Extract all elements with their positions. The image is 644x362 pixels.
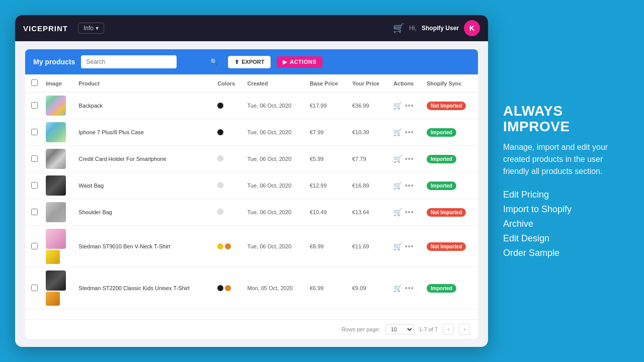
cart-action-icon[interactable]: 🛒 bbox=[393, 155, 402, 163]
col-shopify-sync: Shopify Sync bbox=[423, 74, 478, 93]
panel-title: My products bbox=[33, 58, 75, 66]
products-table: Image Product Colors Created Base Price … bbox=[25, 74, 478, 309]
avatar[interactable]: K bbox=[464, 20, 480, 36]
username-label: Shopify User bbox=[422, 25, 459, 32]
product-name: Shoulder Bag bbox=[74, 199, 213, 226]
more-actions-icon[interactable]: ••• bbox=[405, 182, 414, 190]
product-name: Stedman ST9010 Ben V-Neck T-Shirt bbox=[74, 226, 213, 267]
color-dot-empty bbox=[217, 209, 223, 215]
next-page-button[interactable]: › bbox=[459, 324, 470, 335]
search-icon: 🔍 bbox=[210, 58, 218, 65]
search-input[interactable] bbox=[81, 55, 177, 68]
row-checkbox-3[interactable] bbox=[31, 182, 38, 189]
info-dropdown-btn[interactable]: Info ▾ bbox=[78, 23, 104, 34]
more-actions-icon[interactable]: ••• bbox=[405, 102, 414, 110]
cart-action-icon[interactable]: 🛒 bbox=[393, 182, 402, 190]
actions-button[interactable]: ▶ ACTIONS bbox=[277, 56, 323, 68]
info-list: Edit PricingImport to ShopifyArchiveEdit… bbox=[503, 190, 629, 258]
prev-page-button[interactable]: ‹ bbox=[443, 324, 454, 335]
cart-action-icon[interactable]: 🛒 bbox=[393, 102, 402, 110]
page-info: 1-7 of 7 bbox=[419, 326, 438, 332]
cart-action-icon[interactable]: 🛒 bbox=[393, 128, 402, 136]
row-checkbox-1[interactable] bbox=[31, 129, 38, 135]
info-panel: ALWAYS IMPROVE Manage, import and edit y… bbox=[503, 99, 629, 264]
shopify-sync-status: Not Imported bbox=[423, 93, 478, 119]
product-created: Tue, 06 Oct, 2020 bbox=[243, 119, 305, 146]
shopify-sync-status: Not Imported bbox=[423, 226, 478, 267]
product-name: Credit Card Holder For Smartphone bbox=[74, 146, 213, 172]
product-name: Iphone 7 Plus/8 Plus Case bbox=[74, 119, 213, 146]
table-row: Shoulder BagTue, 06 Oct, 2020€10.49€13.6… bbox=[25, 199, 478, 226]
export-button[interactable]: ⬆ EXPORT bbox=[228, 56, 271, 68]
color-dot-black bbox=[217, 103, 223, 109]
product-base-price: €6.99 bbox=[306, 267, 348, 309]
status-badge: Not Imported bbox=[427, 208, 466, 217]
product-created: Mon, 05 Oct, 2020 bbox=[243, 267, 305, 309]
product-your-price: €9.09 bbox=[348, 267, 389, 309]
status-badge: Not Imported bbox=[427, 102, 466, 110]
shopify-sync-status: Imported bbox=[423, 119, 478, 146]
col-checkbox bbox=[25, 74, 42, 93]
color-dot-yellow bbox=[217, 243, 223, 249]
product-your-price: €10.39 bbox=[348, 119, 389, 146]
product-created: Tue, 06 Oct, 2020 bbox=[243, 172, 305, 199]
chevron-down-icon: ▾ bbox=[96, 25, 99, 32]
thumb-stack bbox=[46, 270, 70, 306]
table-row: Stedman ST2200 Classic Kids Unisex T-Shi… bbox=[25, 267, 478, 309]
product-actions: 🛒 ••• bbox=[389, 172, 423, 199]
play-icon: ▶ bbox=[283, 59, 287, 65]
table-row: BackpackTue, 06 Oct, 2020€17.99€36.99 🛒 … bbox=[25, 93, 478, 119]
shopify-sync-status: Imported bbox=[423, 172, 478, 199]
rows-per-page-select[interactable]: 10 25 50 bbox=[385, 324, 414, 334]
product-colors bbox=[213, 267, 243, 309]
product-created: Tue, 06 Oct, 2020 bbox=[243, 93, 305, 119]
more-actions-icon[interactable]: ••• bbox=[405, 128, 414, 136]
search-wrapper: 🔍 bbox=[81, 55, 222, 68]
cart-action-icon[interactable]: 🛒 bbox=[393, 284, 402, 292]
col-created: Created bbox=[243, 74, 305, 93]
row-checkbox-5[interactable] bbox=[31, 243, 38, 249]
product-thumb bbox=[46, 175, 66, 196]
app-window: VICEPRINT Info ▾ 🛒 Hi, Shopify User K My… bbox=[15, 15, 488, 347]
cart-action-icon[interactable]: 🛒 bbox=[393, 242, 402, 250]
product-colors bbox=[213, 93, 243, 119]
product-base-price: €5.99 bbox=[306, 146, 348, 172]
info-list-item: Import to Shopify bbox=[503, 204, 629, 215]
status-badge: Imported bbox=[427, 284, 456, 293]
row-checkbox-0[interactable] bbox=[31, 102, 38, 109]
product-name: Stedman ST2200 Classic Kids Unisex T-Shi… bbox=[74, 267, 213, 309]
product-colors bbox=[213, 172, 243, 199]
product-your-price: €36.99 bbox=[348, 93, 389, 119]
product-name: Waist Bag bbox=[74, 172, 213, 199]
more-actions-icon[interactable]: ••• bbox=[405, 155, 414, 163]
table-wrapper: Image Product Colors Created Base Price … bbox=[25, 74, 478, 319]
row-checkbox-2[interactable] bbox=[31, 155, 38, 162]
product-colors bbox=[213, 119, 243, 146]
table-header-row: Image Product Colors Created Base Price … bbox=[25, 74, 478, 93]
product-colors bbox=[213, 199, 243, 226]
row-checkbox-4[interactable] bbox=[31, 209, 38, 215]
color-dot-black bbox=[217, 285, 223, 291]
product-actions: 🛒 ••• bbox=[389, 199, 423, 226]
select-all-checkbox[interactable] bbox=[31, 79, 38, 86]
brand-logo: VICEPRINT bbox=[23, 24, 68, 33]
products-panel: My products 🔍 ⬆ EXPORT ▶ ACTIONS bbox=[25, 49, 478, 339]
product-base-price: €17.99 bbox=[306, 93, 348, 119]
product-thumb bbox=[46, 270, 66, 291]
product-thumb bbox=[46, 122, 66, 142]
cart-action-icon[interactable]: 🛒 bbox=[393, 208, 402, 216]
color-dot-orange bbox=[225, 285, 231, 291]
col-base-price: Base Price bbox=[306, 74, 348, 93]
cart-icon[interactable]: 🛒 bbox=[393, 23, 404, 34]
row-checkbox-6[interactable] bbox=[31, 285, 38, 291]
table-row: Waist BagTue, 06 Oct, 2020€12.99€16.89 🛒… bbox=[25, 172, 478, 199]
product-thumb bbox=[46, 96, 66, 116]
hi-text: Hi, bbox=[409, 25, 417, 32]
more-actions-icon[interactable]: ••• bbox=[405, 242, 414, 250]
product-base-price: €7.99 bbox=[306, 119, 348, 146]
status-badge: Imported bbox=[427, 155, 456, 163]
table-row: Stedman ST9010 Ben V-Neck T-ShirtTue, 06… bbox=[25, 226, 478, 267]
more-actions-icon[interactable]: ••• bbox=[405, 208, 414, 216]
product-actions: 🛒 ••• bbox=[389, 226, 423, 267]
more-actions-icon[interactable]: ••• bbox=[405, 284, 414, 292]
